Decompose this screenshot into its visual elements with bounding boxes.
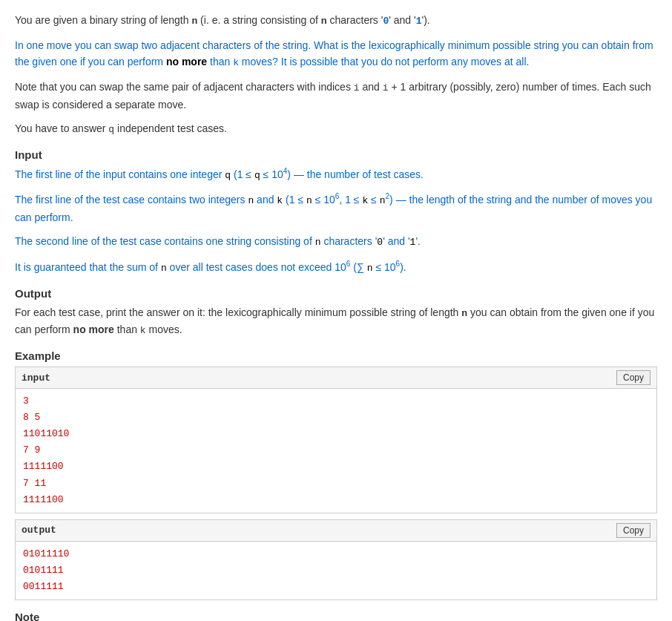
input-line-2: The first line of the test case contains… bbox=[15, 191, 657, 226]
output-title: Output bbox=[15, 287, 657, 300]
input-line-8-val: 7 11 bbox=[23, 476, 649, 492]
input-line-4-val: 8 5 bbox=[23, 410, 649, 426]
output-example-block: output Copy 01011110 0101111 0011111 bbox=[15, 519, 657, 600]
input-line-9-val: 1111100 bbox=[23, 492, 649, 508]
input-example-block: input Copy 3 8 5 11011010 7 9 1111100 7 … bbox=[15, 367, 657, 513]
output-copy-button[interactable]: Copy bbox=[616, 523, 650, 538]
output-line-2-val: 0101111 bbox=[23, 562, 649, 579]
note-section: Note In the first example, you can chang… bbox=[15, 611, 657, 621]
intro-paragraph-4: You have to answer q independent test ca… bbox=[15, 120, 657, 138]
note-title: Note bbox=[15, 611, 657, 621]
input-example-header: input Copy bbox=[16, 367, 656, 389]
output-section: Output For each test case, print the ans… bbox=[15, 287, 657, 340]
input-line-5-val: 11011010 bbox=[23, 426, 649, 442]
output-example-header: output Copy bbox=[16, 520, 656, 542]
intro-paragraph-1: You are given a binary string of length … bbox=[15, 12, 657, 30]
output-label: output bbox=[22, 525, 56, 536]
input-copy-button[interactable]: Copy bbox=[616, 370, 650, 385]
output-example-body: 01011110 0101111 0011111 bbox=[16, 542, 656, 599]
input-line-6-val: 7 9 bbox=[23, 442, 649, 459]
output-line-3-val: 0011111 bbox=[23, 579, 649, 595]
input-title: Input bbox=[15, 148, 657, 161]
input-line-1: The first line of the input contains one… bbox=[15, 165, 657, 183]
input-section: Input The first line of the input contai… bbox=[15, 148, 657, 277]
intro-paragraph-2: In one move you can swap two adjacent ch… bbox=[15, 37, 657, 71]
input-example-body: 3 8 5 11011010 7 9 1111100 7 11 1111100 bbox=[16, 389, 656, 513]
output-line-1-val: 01011110 bbox=[23, 546, 649, 562]
input-line-4: It is guaranteed that the sum of n over … bbox=[15, 258, 657, 276]
output-line-1: For each test case, print the answer on … bbox=[15, 304, 657, 340]
input-label: input bbox=[22, 372, 50, 384]
example-title: Example bbox=[15, 349, 657, 362]
intro-paragraph-3: Note that you can swap the same pair of … bbox=[15, 79, 657, 113]
input-line-3-val: 3 bbox=[23, 393, 649, 410]
input-line-7-val: 1111100 bbox=[23, 459, 649, 475]
example-section: Example input Copy 3 8 5 11011010 7 9 11… bbox=[15, 349, 657, 600]
input-line-3: The second line of the test case contain… bbox=[15, 233, 657, 251]
